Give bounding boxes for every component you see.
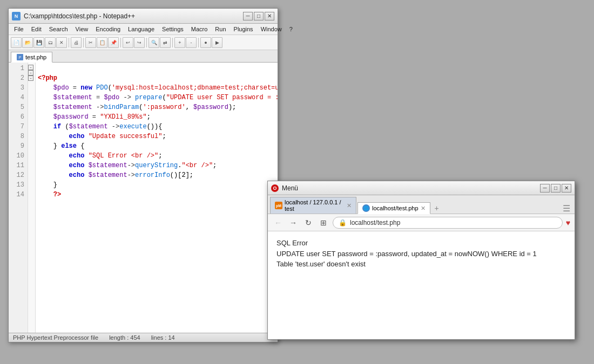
- toolbar-replace[interactable]: ⇄: [160, 37, 171, 48]
- toolbar-copy[interactable]: 📋: [97, 37, 107, 48]
- close-button[interactable]: ✕: [265, 12, 274, 20]
- tab-label: test.php: [25, 54, 46, 60]
- browser-stack-btn[interactable]: ☰: [561, 203, 572, 214]
- error-line-3: Table 'test.user' doesn't exist: [276, 259, 566, 270]
- browser-title: Menü: [282, 184, 298, 192]
- toolbar-zoom-in[interactable]: +: [174, 37, 185, 48]
- toolbar-new[interactable]: 📄: [11, 37, 22, 48]
- toolbar-close[interactable]: ✕: [56, 37, 67, 48]
- tab-pma-label: localhost / 127.0.0.1 / test: [285, 199, 345, 212]
- npp-tabs: P test.php: [9, 50, 278, 63]
- browser-tab-test[interactable]: 🌐 localhost/test.php ✕: [357, 202, 430, 214]
- minimize-button[interactable]: ─: [243, 12, 253, 20]
- toolbar-sep-2: [83, 38, 84, 47]
- browser-window-controls: ─ □ ✕: [540, 184, 571, 193]
- menu-help[interactable]: ?: [286, 25, 296, 33]
- toolbar-find[interactable]: 🔍: [148, 37, 159, 48]
- status-lines: lines : 14: [151, 334, 175, 341]
- npp-app-icon: N: [12, 12, 21, 20]
- tab-test-close[interactable]: ✕: [421, 205, 426, 212]
- browser-titlebar: O Menü ─ □ ✕: [268, 181, 575, 195]
- address-bar[interactable]: 🔒 localhost/test.php: [333, 217, 563, 229]
- forward-button[interactable]: →: [287, 217, 299, 229]
- favorite-icon[interactable]: ♥: [566, 218, 570, 227]
- toolbar-save[interactable]: 💾: [33, 37, 44, 48]
- opera-logo-icon: O: [271, 184, 279, 192]
- npp-editor[interactable]: 12345 678910 11121314 - - -: [9, 63, 278, 333]
- toolbar-paste[interactable]: 📌: [108, 37, 119, 48]
- browser-tab-pma[interactable]: pM localhost / 127.0.0.1 / test ✕: [270, 197, 356, 214]
- toolbar-sep-1: [69, 38, 69, 47]
- refresh-button[interactable]: ↻: [302, 217, 314, 229]
- toolbar-sep-6: [198, 38, 199, 47]
- toolbar-saveall[interactable]: 🗂: [45, 37, 56, 48]
- pma-tab-icon: pM: [275, 202, 282, 209]
- browser-nav: ← → ↻ ⊞ 🔒 localhost/test.php ♥: [268, 214, 575, 231]
- browser-content: SQL Error UPDATE user SET password = :pa…: [268, 231, 575, 339]
- menu-edit[interactable]: Edit: [28, 25, 45, 33]
- browser-tabs-bar: pM localhost / 127.0.0.1 / test ✕ 🌐 loca…: [268, 195, 575, 214]
- error-line-1: SQL Error: [276, 238, 566, 249]
- toolbar-sep-4: [146, 38, 147, 47]
- fold-column: - - -: [28, 63, 36, 333]
- toolbar-sep-5: [172, 38, 173, 47]
- tab-test-php[interactable]: P test.php: [11, 52, 52, 63]
- npp-titlebar-left: N C:\xampp\htdocs\test.php - Notepad++: [12, 12, 135, 20]
- globe-tab-icon: 🌐: [362, 204, 370, 212]
- browser-window: O Menü ─ □ ✕ pM localhost / 127.0.0.1 / …: [267, 181, 575, 340]
- notepad-window: N C:\xampp\htdocs\test.php - Notepad++ ─…: [8, 8, 278, 342]
- grid-button[interactable]: ⊞: [318, 217, 329, 229]
- toolbar-run[interactable]: ▶: [212, 37, 222, 48]
- code-editor[interactable]: <?php $pdo = new PDO('mysql:host=localho…: [36, 63, 278, 333]
- menu-search[interactable]: Search: [46, 25, 71, 33]
- fold-1[interactable]: -: [28, 65, 33, 70]
- menu-language[interactable]: Language: [125, 25, 158, 33]
- tab-php-icon: P: [17, 54, 23, 60]
- toolbar-cut[interactable]: ✂: [85, 37, 96, 48]
- tab-test-label: localhost/test.php: [372, 205, 418, 211]
- error-line-2: UPDATE user SET password = :password, up…: [276, 249, 566, 259]
- fold-13[interactable]: -: [28, 75, 33, 81]
- npp-window-controls: ─ □ ✕: [243, 12, 274, 20]
- menu-macro[interactable]: Macro: [188, 25, 211, 33]
- menu-window[interactable]: Window: [258, 25, 285, 33]
- fold-6[interactable]: -: [28, 70, 33, 75]
- line-numbers: 12345 678910 11121314: [9, 63, 28, 333]
- menu-encoding[interactable]: Encoding: [92, 25, 124, 33]
- toolbar-print[interactable]: 🖨: [71, 37, 82, 48]
- menu-file[interactable]: File: [11, 25, 27, 33]
- menu-run[interactable]: Run: [212, 25, 229, 33]
- menu-settings[interactable]: Settings: [159, 25, 187, 33]
- toolbar-sep-3: [120, 38, 121, 47]
- toolbar-open[interactable]: 📂: [22, 37, 33, 48]
- npp-toolbar: 📄 📂 💾 🗂 ✕ 🖨 ✂ 📋 📌 ↩ ↪ 🔍 ⇄ + - ● ▶: [9, 35, 278, 50]
- browser-minimize[interactable]: ─: [540, 184, 550, 193]
- browser-close[interactable]: ✕: [562, 184, 571, 193]
- menu-view[interactable]: View: [72, 25, 92, 33]
- status-length: length : 454: [109, 334, 140, 341]
- status-filetype: PHP Hypertext Preprocessor file: [13, 334, 98, 341]
- tab-pma-close[interactable]: ✕: [347, 202, 352, 209]
- toolbar-macro[interactable]: ●: [200, 37, 211, 48]
- npp-title: C:\xampp\htdocs\test.php - Notepad++: [24, 12, 135, 20]
- npp-menubar: File Edit Search View Encoding Language …: [9, 24, 278, 35]
- toolbar-redo[interactable]: ↪: [134, 37, 145, 48]
- back-button[interactable]: ←: [272, 217, 284, 229]
- toolbar-zoom-out[interactable]: -: [186, 37, 197, 48]
- menu-plugins[interactable]: Plugins: [231, 25, 256, 33]
- npp-statusbar: PHP Hypertext Preprocessor file length :…: [9, 333, 278, 342]
- address-text[interactable]: localhost/test.php: [350, 219, 400, 226]
- browser-restore[interactable]: □: [551, 184, 561, 193]
- new-tab-button[interactable]: +: [431, 203, 442, 214]
- restore-button[interactable]: □: [254, 12, 264, 20]
- toolbar-undo[interactable]: ↩: [123, 37, 133, 48]
- npp-titlebar: N C:\xampp\htdocs\test.php - Notepad++ ─…: [9, 9, 278, 24]
